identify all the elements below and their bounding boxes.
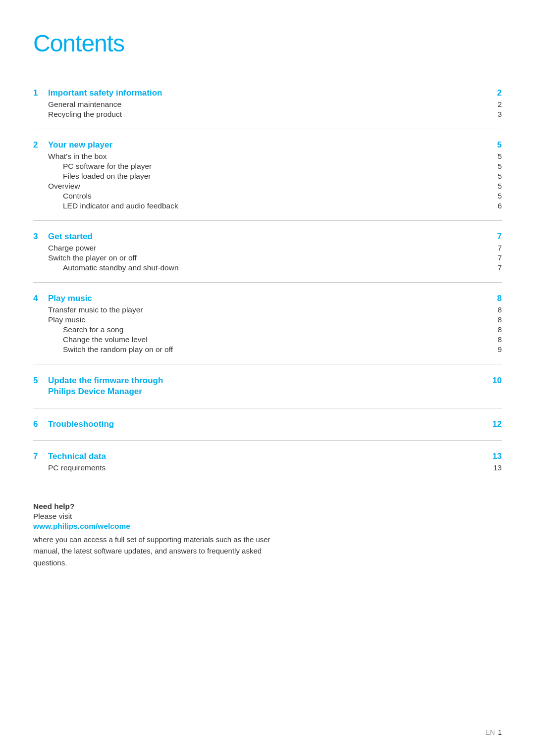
section-title-1: Important safety information (48, 88, 487, 98)
toc-container: 1Important safety information2General ma… (33, 77, 502, 482)
section-number-6: 6 (33, 419, 48, 429)
toc-title-row-3: 3Get started7 (33, 232, 502, 242)
sub-sub-item-text: LED indicator and audio feedback (63, 202, 178, 210)
page-title: Contents (33, 30, 502, 57)
sub-item-page: 3 (497, 110, 502, 119)
section-number-3: 3 (33, 232, 48, 242)
sub-sub-item-page: 8 (497, 335, 502, 344)
toc-item: Change the volume level8 (63, 335, 502, 344)
toc-section-1: 1Important safety information2General ma… (33, 77, 502, 129)
section-title-5: Update the firmware through Philips Devi… (48, 375, 487, 397)
footer-page: 1 (498, 728, 502, 736)
sub-sub-item-page: 5 (497, 162, 502, 171)
sub-sub-item-text: Automatic standby and shut-down (63, 263, 179, 272)
sub-item-page: 5 (497, 152, 502, 161)
section-number-2: 2 (33, 140, 48, 150)
need-help-body: where you can access a full set of suppo… (33, 534, 271, 568)
section-page-2: 5 (487, 140, 502, 150)
sub-sub-item-text: Switch the random play on or off (63, 345, 173, 354)
toc-item: Charge power7 (48, 244, 502, 252)
section-page-4: 8 (487, 294, 502, 303)
need-help-title: Need help? (33, 502, 502, 511)
sub-sub-item-page: 6 (497, 202, 502, 210)
toc-title-row-4: 4Play music8 (33, 294, 502, 303)
toc-title-row-7: 7Technical data13 (33, 452, 502, 461)
footer: EN 1 (485, 728, 502, 736)
toc-title-row-5: 5Update the firmware through Philips Dev… (33, 375, 502, 397)
sub-sub-item-text: Change the volume level (63, 335, 148, 344)
toc-item: Automatic standby and shut-down7 (63, 263, 502, 272)
sub-item-text: Switch the player on or off (48, 253, 137, 262)
section-number-1: 1 (33, 88, 48, 98)
toc-item: Transfer music to the player8 (48, 305, 502, 314)
section-page-6: 12 (487, 419, 502, 429)
toc-section-4: 4Play music8Transfer music to the player… (33, 282, 502, 364)
toc-item: Switch the random play on or off9 (63, 345, 502, 354)
section-title-4: Play music (48, 294, 487, 303)
sub-item-text: Play music (48, 315, 85, 324)
section-page-3: 7 (487, 232, 502, 242)
sub-item-page: 8 (497, 315, 502, 324)
toc-item: Switch the player on or off7 (48, 253, 502, 262)
toc-section-6: 6Troubleshooting12 (33, 408, 502, 440)
toc-title-row-1: 1Important safety information2 (33, 88, 502, 98)
sub-sub-item-page: 7 (497, 263, 502, 272)
section-title-3: Get started (48, 232, 487, 242)
section-number-5: 5 (33, 376, 48, 386)
toc-item: LED indicator and audio feedback6 (63, 202, 502, 210)
sub-item-page: 8 (497, 305, 502, 314)
sub-item-text: PC requirements (48, 463, 106, 472)
toc-item: PC software for the player5 (63, 162, 502, 171)
toc-item: PC requirements13 (48, 463, 502, 472)
toc-section-5: 5Update the firmware through Philips Dev… (33, 364, 502, 408)
sub-sub-item-page: 8 (497, 325, 502, 334)
section-title-6: Troubleshooting (48, 419, 487, 429)
sub-item-text: What's in the box (48, 152, 107, 161)
section-page-5: 10 (487, 376, 502, 386)
sub-item-text: Overview (48, 182, 80, 191)
section-number-4: 4 (33, 294, 48, 303)
section-page-7: 13 (487, 452, 502, 461)
sub-item-text: Transfer music to the player (48, 305, 143, 314)
section-title-2: Your new player (48, 140, 487, 150)
toc-item: Overview5 (48, 182, 502, 191)
sub-sub-item-page: 9 (497, 345, 502, 354)
toc-item: Recycling the product3 (48, 110, 502, 119)
sub-sub-item-text: Search for a song (63, 325, 123, 334)
section-title-7: Technical data (48, 452, 487, 461)
toc-item: Files loaded on the player5 (63, 172, 502, 181)
toc-item: Controls5 (63, 192, 502, 201)
toc-item: General maintenance2 (48, 100, 502, 109)
sub-item-text: Charge power (48, 244, 96, 252)
toc-section-7: 7Technical data13PC requirements13 (33, 440, 502, 482)
toc-title-row-2: 2Your new player5 (33, 140, 502, 150)
toc-item: Play music8 (48, 315, 502, 324)
sub-sub-item-page: 5 (497, 192, 502, 201)
sub-item-page: 2 (497, 100, 502, 109)
toc-item: Search for a song8 (63, 325, 502, 334)
sub-item-page: 5 (497, 182, 502, 191)
toc-title-row-6: 6Troubleshooting12 (33, 419, 502, 429)
section-number-7: 7 (33, 452, 48, 461)
sub-sub-item-page: 5 (497, 172, 502, 181)
sub-item-text: Recycling the product (48, 110, 122, 119)
need-help-url: www.philips.com/welcome (33, 522, 502, 531)
sub-item-text: General maintenance (48, 100, 121, 109)
sub-sub-item-text: PC software for the player (63, 162, 152, 171)
toc-section-2: 2Your new player5What's in the box5PC so… (33, 129, 502, 220)
section-page-1: 2 (487, 88, 502, 98)
sub-sub-item-text: Files loaded on the player (63, 172, 151, 181)
need-help-visit-label: Please visit (33, 512, 502, 521)
toc-item: What's in the box5 (48, 152, 502, 161)
sub-item-page: 7 (497, 244, 502, 252)
footer-lang: EN (485, 728, 495, 736)
toc-section-3: 3Get started7Charge power7Switch the pla… (33, 220, 502, 282)
need-help-section: Need help? Please visit www.philips.com/… (33, 497, 502, 568)
sub-item-page: 13 (493, 463, 502, 472)
sub-item-page: 7 (497, 253, 502, 262)
sub-sub-item-text: Controls (63, 192, 92, 201)
